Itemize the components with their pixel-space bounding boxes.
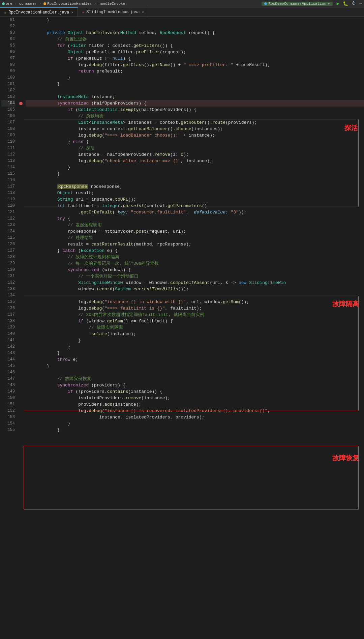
code-line-115: } <box>26 171 364 177</box>
code-line-104: synchronized (halfOpenProviders) { <box>26 100 364 107</box>
ln-100: 100 <box>1 75 15 81</box>
code-line-155: } <box>26 427 364 433</box>
ln-114: 114 <box>1 164 15 171</box>
code-line-124: rpcResponse = httpInvoker.post(request, … <box>26 228 364 235</box>
ln-148: 148 <box>1 382 15 388</box>
ln-116: 116 <box>1 177 15 183</box>
ln-101: 101 <box>1 81 15 87</box>
code-line-107: List<InstanceMeta> instances = context.g… <box>26 119 364 126</box>
ln-107: 107 <box>1 119 15 126</box>
code-line-96: Object preResult = filter.preFilter(requ… <box>26 49 364 55</box>
more-icon[interactable]: ⋯ <box>359 1 362 6</box>
topbar-handler[interactable]: RpcInvocationHandler <box>43 2 92 6</box>
ln-133: 133 <box>1 286 15 292</box>
profile-icon[interactable]: ⏱ <box>352 1 356 6</box>
ln-120: 120 <box>1 203 15 209</box>
ln-143: 143 <box>1 350 15 356</box>
ln-95: 95 <box>1 42 15 49</box>
ln-141: 141 <box>1 337 15 344</box>
ln-149: 149 <box>1 388 15 395</box>
code-line-116 <box>26 177 364 183</box>
tab-sliding-window[interactable]: ☕ SlidingTimeWindow.java ✕ <box>78 7 148 17</box>
code-line-134 <box>26 292 364 299</box>
code-line-119: String url = instance.toURL(); <box>26 196 364 203</box>
ln-145: 145 <box>1 363 15 369</box>
code-line-152: log.debug("instance {} is recovered, iso… <box>26 408 364 414</box>
ln-91: 91 <box>1 17 15 23</box>
annotation-故障恢复: 故障恢复 <box>332 454 359 463</box>
breakpoint-104[interactable] <box>18 100 24 107</box>
code-line-113: log.debug("check alive instance ==> {}",… <box>26 158 364 164</box>
code-line-92 <box>26 23 364 30</box>
ln-119: 119 <box>1 196 15 203</box>
ln-118: 118 <box>1 190 15 196</box>
ln-131: 131 <box>1 273 15 280</box>
line-numbers: 91 92 93 94 95 96 97 98 99 100 101 102 1… <box>0 17 18 433</box>
code-line-125: // 处理结果 <box>26 235 364 241</box>
ln-111: 111 <box>1 145 15 151</box>
code-line-122: try { <box>26 215 364 222</box>
code-line-135: log.debug("instance {} in window with {}… <box>26 299 364 305</box>
ln-93: 93 <box>1 30 15 36</box>
code-line-99: return preResult; <box>26 68 364 75</box>
ln-102: 102 <box>1 87 15 94</box>
code-line-153: instance, isolatedProviders, providers); <box>26 414 364 420</box>
code-line-133: window.record(System.currentTimeMillis()… <box>26 286 364 292</box>
ln-110: 110 <box>1 139 15 145</box>
code-line-101: } <box>26 81 364 87</box>
code-line-123: // 发起远程调用 <box>26 222 364 228</box>
top-bar: ore › consumer › RpcInvocationHandler › … <box>0 0 364 7</box>
code-line-93: private Object handleInvoke(Method metho… <box>26 30 364 36</box>
code-line-136: log.debug("===> faultLimit is {}", fault… <box>26 305 364 312</box>
breakpoint-dot <box>19 102 23 105</box>
code-line-140: isolate(instance); <box>26 331 364 337</box>
ln-98: 98 <box>1 62 15 68</box>
close-tab-1[interactable]: ✕ <box>71 10 73 14</box>
ln-92: 92 <box>1 23 15 30</box>
code-line-127: } catch (Exception e) { <box>26 248 364 254</box>
run-button[interactable]: ▶ <box>337 1 339 6</box>
code-line-94: // 前置过滤器 <box>26 36 364 42</box>
code-line-103: InstanceMeta instance; <box>26 94 364 100</box>
topbar-method[interactable]: handleInvoke <box>98 2 125 6</box>
ln-151: 151 <box>1 401 15 408</box>
code-line-102 <box>26 87 364 94</box>
code-line-114: } <box>26 164 364 171</box>
code-line-111: // 探活 <box>26 145 364 151</box>
code-line-117: RpcResponse rpcResponse; <box>26 183 364 190</box>
ln-134: 134 <box>1 292 15 299</box>
code-line-146 <box>26 369 364 376</box>
code-line-97: if (preResult != null) { <box>26 55 364 62</box>
code-line-110: } else { <box>26 139 364 145</box>
code-line-128: // 故障的统计规则和隔离 <box>26 254 364 260</box>
tab-rpc-invocation[interactable]: ☕ RpcInvocationHandler.java ✕ <box>0 7 78 17</box>
ln-96: 96 <box>1 49 15 55</box>
ln-140: 140 <box>1 331 15 337</box>
java-icon: ☕ <box>4 10 6 15</box>
file-tabs: ☕ RpcInvocationHandler.java ✕ ☕ SlidingT… <box>0 7 364 17</box>
topbar-run-config[interactable]: RpcDemoConsumerApplication ▼ <box>262 2 332 6</box>
ln-115: 115 <box>1 171 15 177</box>
code-line-98: log.debug(filter.getClass().getName() + … <box>26 62 364 68</box>
ln-126: 126 <box>1 241 15 248</box>
ln-154: 154 <box>1 420 15 427</box>
topbar-consumer[interactable]: consumer <box>19 2 37 6</box>
ln-125: 125 <box>1 235 15 241</box>
ln-146: 146 <box>1 369 15 376</box>
ln-150: 150 <box>1 395 15 401</box>
ln-127: 127 <box>1 248 15 254</box>
code-line-139: // 故障实例隔离 <box>26 324 364 331</box>
code-line-95: for (Filter filter : context.getFilters(… <box>26 42 364 49</box>
debug-icon[interactable]: 🐛 <box>343 1 348 6</box>
code-line-109: log.debug("===> loadBalancer choose():" … <box>26 132 364 139</box>
close-tab-2[interactable]: ✕ <box>142 10 144 14</box>
code-line-112: instance = halfOpenProviders.remove(i: 0… <box>26 151 364 158</box>
ln-124: 124 <box>1 228 15 235</box>
code-line-129: // 每一次的异常记录一次, 统计30s的异常数 <box>26 260 364 267</box>
ln-113: 113 <box>1 158 15 164</box>
ln-104: 104 <box>1 100 15 107</box>
ln-152: 152 <box>1 408 15 414</box>
code-line-105: if (CollectionUtils.isEmpty(halfOpenProv… <box>26 107 364 113</box>
code-line-91: } <box>26 17 364 23</box>
ln-128: 128 <box>1 254 15 260</box>
